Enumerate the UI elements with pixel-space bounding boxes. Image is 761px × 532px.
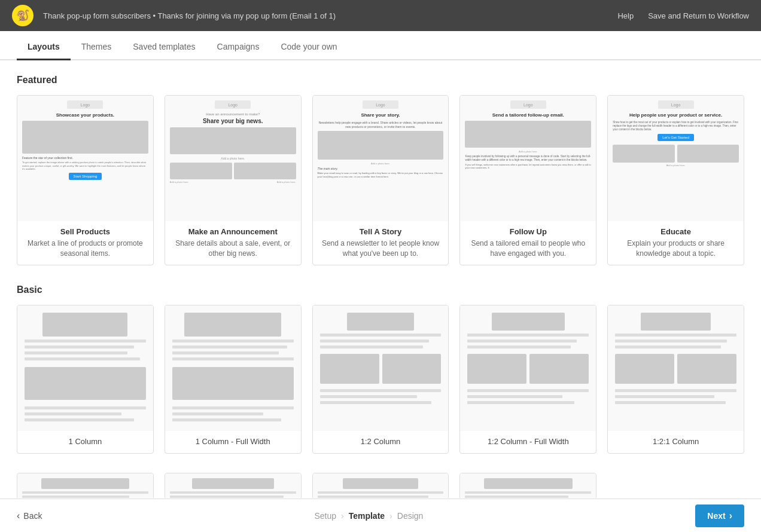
card-extra-4[interactable]	[459, 473, 596, 498]
preview-educate-headline: Help people use your product or service.	[613, 112, 739, 118]
card-1-2-column[interactable]: 1:2 Column	[312, 305, 449, 454]
card-extra-2[interactable]	[165, 473, 302, 498]
basic-section: Basic 1 Column	[17, 285, 744, 454]
extra-1-img	[41, 478, 130, 489]
tab-themes[interactable]: Themes	[71, 33, 123, 60]
card-educate[interactable]: Logo Help people use your product or ser…	[607, 95, 744, 265]
preview-photo-labels: Add a photo here. Add a photo here.	[170, 181, 296, 184]
preview-follow-add-photo: Add a photo here.	[465, 150, 591, 153]
card-make-announcement-desc: Share details about a sale, event, or ot…	[172, 239, 294, 259]
card-1-2-column-full[interactable]: 1:2 Column - Full Width	[459, 305, 596, 454]
1col-line3	[25, 351, 127, 354]
save-return-link[interactable]: Save and Return to Workflow	[648, 11, 749, 20]
preview-logo-5: Logo	[658, 100, 694, 109]
card-extra-2-preview	[165, 473, 301, 498]
card-1-2-1-column[interactable]: 1:2:1 Column	[607, 305, 744, 454]
1-2col-full-img-left	[467, 354, 526, 384]
card-tell-story[interactable]: Logo Share your story. Newsletters help …	[312, 95, 449, 265]
tab-campaigns[interactable]: Campaigns	[206, 33, 270, 60]
extra-2-line1	[170, 491, 296, 494]
tab-code-your-own[interactable]: Code your own	[270, 33, 348, 60]
1-2col-line4	[320, 389, 442, 392]
card-educate-name: Educate	[615, 227, 736, 236]
1col-line7	[25, 418, 134, 421]
1-2-1col-line2	[615, 340, 727, 343]
card-educate-desc: Explain your products or share knowledge…	[615, 239, 736, 259]
1col-full-line5	[172, 406, 294, 409]
tab-layouts[interactable]: Layouts	[17, 33, 71, 60]
1-2col-full-line5	[467, 395, 562, 398]
card-1-2-1col-name: 1:2:1 Column	[608, 431, 744, 453]
preview-headline: Showcase your products.	[22, 112, 148, 118]
1-2col-row	[320, 354, 442, 384]
1-2col-full-layout	[460, 305, 596, 431]
main-content: Featured Logo Showcase your products. Fe…	[0, 60, 761, 498]
card-sell-products[interactable]: Logo Showcase your products. Feature the…	[17, 95, 154, 265]
card-1col-name: 1 Column	[17, 431, 153, 453]
card-extra-1-preview	[17, 473, 153, 498]
card-1-column-full[interactable]: 1 Column - Full Width	[165, 305, 302, 454]
topbar-title: Thank pop-up form subscribers • Thanks f…	[43, 11, 336, 20]
preview-educate-imgs	[613, 145, 739, 163]
app-logo: 🐒	[12, 5, 34, 26]
card-extra-3[interactable]	[312, 473, 449, 498]
preview-follow-img	[465, 121, 591, 148]
help-link[interactable]: Help	[617, 11, 634, 20]
card-tell-story-info: Tell A Story Send a newsletter to let pe…	[313, 221, 449, 265]
topbar: 🐒 Thank pop-up form subscribers • Thanks…	[0, 0, 761, 31]
extra-cards-row	[17, 473, 744, 498]
preview-educate-add-photo: Add a photo here.	[613, 164, 739, 167]
extra-1-line1	[22, 491, 148, 494]
preview-add-photo: Add a photo here.	[170, 157, 296, 160]
card-make-announcement-info: Make an Announcement Share details about…	[165, 221, 301, 265]
preview-story-img	[318, 131, 444, 160]
1-2col-img-left	[320, 354, 379, 384]
1col-full-img	[184, 313, 281, 337]
card-sell-products-preview: Logo Showcase your products. Feature the…	[17, 96, 153, 221]
featured-cards-grid: Logo Showcase your products. Feature the…	[17, 95, 744, 265]
1-2col-full-line6	[467, 401, 574, 404]
1-2col-full-line2	[467, 340, 577, 343]
1-2-1col-line4	[615, 389, 736, 392]
card-1-column[interactable]: 1 Column	[17, 305, 154, 454]
preview-logo-4: Logo	[510, 100, 546, 109]
card-1col-full-preview	[165, 305, 301, 431]
1-2col-full-img-right	[529, 354, 589, 384]
1-2col-line3	[320, 346, 423, 348]
1-2col-line1	[320, 334, 442, 337]
card-make-announcement[interactable]: Logo Have an announcement to make? Share…	[165, 95, 302, 265]
basic-cards-grid: 1 Column 1 Co	[17, 305, 744, 454]
card-follow-up-info: Follow Up Send a tailored email to peopl…	[460, 221, 596, 265]
card-extra-4-inner	[460, 473, 596, 498]
card-follow-up-preview: Logo Send a tailored follow-up email. Ad…	[460, 96, 596, 221]
1-2-1col-line3	[615, 346, 720, 348]
card-follow-up[interactable]: Logo Send a tailored follow-up email. Ad…	[459, 95, 596, 265]
tab-saved-templates[interactable]: Saved templates	[122, 33, 206, 60]
preview-sub-headline: Have an announcement to make?	[170, 112, 296, 116]
1col-full-line6	[172, 412, 263, 415]
1-2-1col-img-right	[677, 354, 736, 384]
card-educate-info: Educate Explain your products or share k…	[608, 221, 744, 265]
card-sell-products-name: Sell Products	[25, 227, 146, 236]
card-make-announcement-preview: Logo Have an announcement to make? Share…	[165, 96, 301, 221]
card-1-2col-full-preview	[460, 305, 596, 431]
preview-educate-btn: Let's Get Started	[657, 134, 694, 141]
card-1col-preview	[17, 305, 153, 431]
featured-title: Featured	[17, 75, 744, 85]
nav-tabs: Layouts Themes Saved templates Campaigns…	[0, 33, 761, 60]
preview-follow-headline: Send a tailored follow-up email.	[465, 112, 591, 118]
1col-line5	[25, 406, 146, 409]
extra-4-line1	[465, 491, 591, 494]
1-2-1col-top-img	[641, 313, 711, 331]
preview-img-main	[170, 127, 296, 154]
preview-logo-2: Logo	[215, 100, 251, 109]
card-extra-2-inner	[165, 473, 301, 498]
card-extra-1[interactable]	[17, 473, 154, 498]
card-1-2col-preview	[313, 305, 449, 431]
1col-img2	[25, 367, 146, 400]
1-2col-line2	[320, 340, 430, 343]
extra-2-img	[192, 478, 274, 489]
1col-full-img2	[172, 367, 294, 400]
1-2col-full-line3	[467, 346, 570, 348]
preview-desc-text: To get started, replace the image above …	[22, 161, 148, 170]
